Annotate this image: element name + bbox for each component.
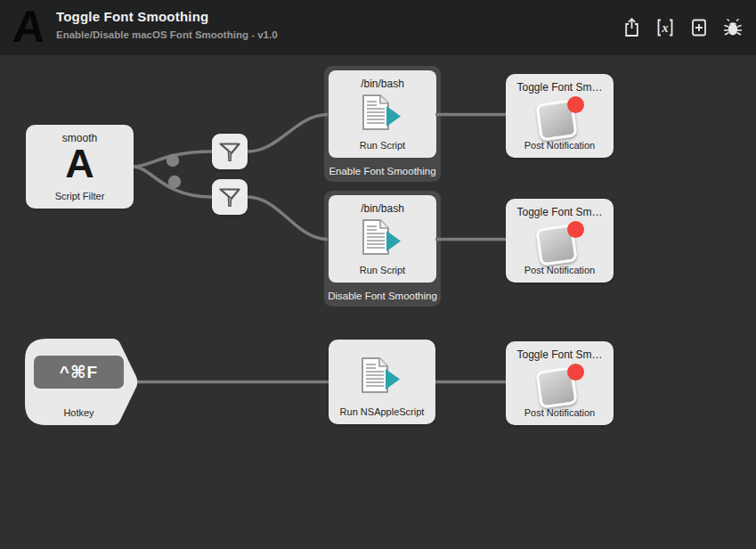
node-filter-bottom[interactable] [212,179,248,215]
notification-badge-dot [567,96,584,113]
group-caption: Enable Font Smoothing [324,166,441,176]
group-enable-font-smoothing[interactable]: /bin/bash Run Script Enable Font Smoothi… [324,66,441,182]
group-caption: Disable Font Smoothing [324,291,441,301]
run-script-icon [359,217,403,260]
notification-icon [535,364,585,406]
run-script-icon [358,356,402,398]
workflow-editor-window: A Toggle Font Smoothing Enable/Disable m… [0,0,756,549]
node-hotkey[interactable]: ^⌘F Hotkey [25,339,139,425]
funnel-icon [212,134,248,169]
node-title: Toggle Font Sm… [506,81,614,94]
connection-disable-script [248,197,328,240]
notification-badge-dot [567,364,584,381]
alfred-a-icon: A [65,141,94,187]
node-filter-top[interactable] [212,134,248,169]
notification-icon [535,96,585,139]
node-type-label: Run Script [329,140,436,151]
node-type-label: Script Filter [26,191,134,201]
connection-filter-bottom [134,167,212,197]
notification-icon [535,221,585,264]
workflow-title: Toggle Font Smoothing [56,9,208,24]
node-title: Toggle Font Sm… [506,206,614,218]
node-type-label: Post Notification [506,407,614,418]
node-post-notification-2[interactable]: Toggle Font Sm… Post Notification [506,199,614,283]
node-type-label: Hotkey [25,407,133,418]
node-type-label: Run Script [329,265,436,275]
header-toolbar: x [620,14,744,41]
debug-bug-icon[interactable] [721,14,744,41]
svg-text:x: x [662,21,669,35]
node-title: /bin/bash [329,78,436,90]
funnel-icon [212,179,248,215]
alfred-logo-icon: A [2,0,56,53]
node-type-label: Run NSAppleScript [329,406,435,417]
node-script-filter[interactable]: smooth A Script Filter [26,125,134,209]
run-script-icon [359,93,403,135]
connection-enable-script [248,115,328,152]
workflow-canvas[interactable]: /bin/bash Run Script Enable Font Smoothi… [0,55,756,549]
share-icon[interactable] [620,14,643,41]
connection-handle[interactable] [167,154,179,167]
hotkey-combo-badge: ^⌘F [34,356,124,389]
connection-handle[interactable] [168,176,181,188]
node-run-script-disable[interactable]: /bin/bash Run Script [329,195,436,283]
notification-badge-dot [567,221,584,238]
node-run-script-enable[interactable]: /bin/bash Run Script [329,70,436,158]
node-type-label: Post Notification [506,265,614,275]
workflow-header: A Toggle Font Smoothing Enable/Disable m… [0,0,756,55]
node-run-nsapplescript[interactable]: Run NSAppleScript [329,340,435,424]
variables-icon[interactable]: x [654,14,677,41]
group-disable-font-smoothing[interactable]: /bin/bash Run Script Disable Font Smooth… [324,191,441,307]
workflow-subtitle: Enable/Disable macOS Font Smoothing - v1… [56,29,278,40]
node-post-notification-1[interactable]: Toggle Font Sm… Post Notification [506,74,614,158]
node-post-notification-3[interactable]: Toggle Font Sm… Post Notification [506,341,614,425]
node-title: Toggle Font Sm… [506,348,614,361]
node-title: /bin/bash [329,202,436,215]
connection-filter-top [134,152,212,167]
add-object-icon[interactable] [687,14,711,41]
node-type-label: Post Notification [506,140,614,151]
